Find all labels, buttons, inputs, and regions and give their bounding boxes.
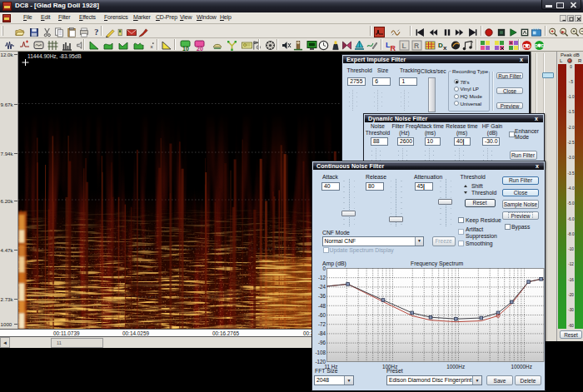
svg-text:CD: CD xyxy=(523,43,531,49)
svg-text:L: L xyxy=(402,42,406,50)
svg-text:-24: -24 xyxy=(318,284,326,290)
svg-text:x: x xyxy=(443,44,447,51)
svg-text:10000Hz: 10000Hz xyxy=(511,364,532,370)
svg-text:-12: -12 xyxy=(318,275,326,280)
svg-text:0: 0 xyxy=(322,265,326,271)
svg-text:-36: -36 xyxy=(318,293,326,299)
svg-text:11444.90Hz, -83.95dB: 11444.90Hz, -83.95dB xyxy=(27,53,82,59)
svg-text:-96: -96 xyxy=(318,340,326,345)
svg-text:20: 20 xyxy=(197,46,203,52)
svg-text:DVD: DVD xyxy=(535,43,545,48)
svg-text:?: ? xyxy=(94,27,98,37)
svg-text:1000Hz: 1000Hz xyxy=(446,364,465,370)
svg-text:R: R xyxy=(414,42,419,50)
svg-text:10: 10 xyxy=(182,46,189,52)
svg-text:R: R xyxy=(391,44,396,52)
svg-text:-60: -60 xyxy=(318,312,326,318)
svg-text:-84: -84 xyxy=(318,330,326,336)
svg-text:-72: -72 xyxy=(318,321,326,327)
svg-text:-48: -48 xyxy=(318,303,326,309)
svg-text:-108: -108 xyxy=(315,350,326,355)
